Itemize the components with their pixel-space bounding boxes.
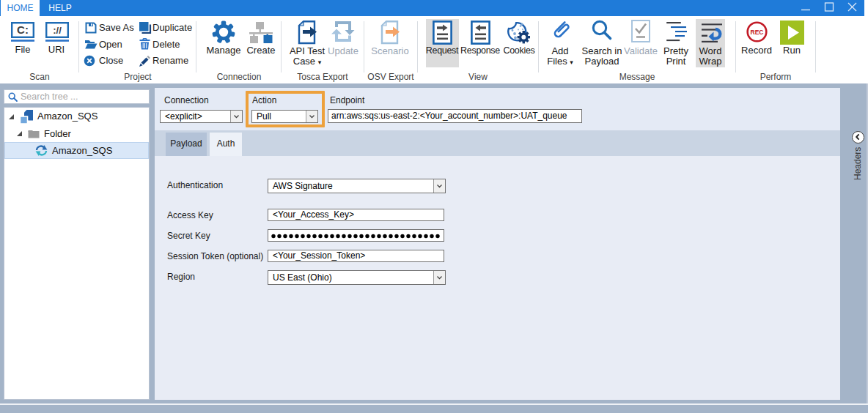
svg-text:://: :// [53,25,62,36]
svg-text:REC: REC [751,29,764,36]
svg-text:C:: C: [17,23,29,36]
